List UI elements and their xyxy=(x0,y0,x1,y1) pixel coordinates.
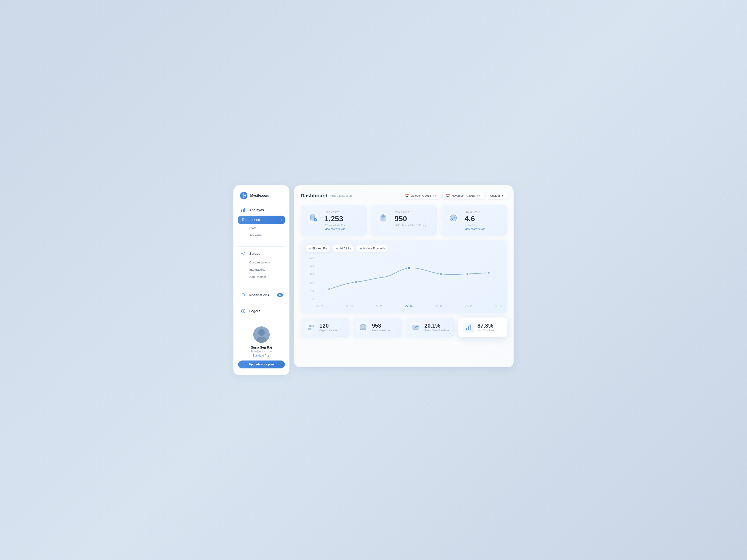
sidebar-item-integrations[interactable]: Integrations xyxy=(238,266,285,273)
logo-icon xyxy=(240,192,248,199)
setups-icon xyxy=(240,250,247,257)
fraud-score-label: Fraud Score xyxy=(465,211,485,214)
analytics-icon xyxy=(240,207,247,213)
main-content: Dashboard Fraud Detection 📅 October 7, 2… xyxy=(294,185,514,367)
logout-icon xyxy=(240,308,247,314)
sidebar-logo[interactable]: Mysite.com xyxy=(238,192,285,205)
range-select[interactable]: Custom ▾ xyxy=(486,192,507,199)
filter-ad-clicks[interactable]: Ad Clicks xyxy=(333,245,354,252)
dashboard-title: Dashboard xyxy=(301,193,328,199)
site-name: Mysite.com xyxy=(250,193,269,197)
header-controls: 📅 October 7, 2018 ⬆⬇ 📅 November 7, 2018 … xyxy=(402,192,507,200)
svg-rect-44 xyxy=(468,326,469,330)
sidebar-section-setups-title[interactable]: Setups xyxy=(238,248,285,259)
chart-y-axis: 1000 800 400 100 10 0 xyxy=(306,257,315,301)
ads-click-rate-value: 87.3% xyxy=(478,323,494,329)
from-advertising-label: From Advertising xyxy=(372,329,391,332)
y-label-1000: 1000 xyxy=(309,257,314,259)
bottom-stats: 120 Organic Visitors 953 xyxy=(301,318,507,337)
sidebar-item-add-domain[interactable]: Add Domain xyxy=(238,273,285,281)
filter-visitors-from-ads[interactable]: Visitors From Ads xyxy=(357,245,388,252)
sidebar-item-dashboard[interactable]: Dashboard › xyxy=(238,216,285,224)
sidebar-section-analytics-title[interactable]: Analitycs xyxy=(238,205,285,215)
blocked-ips-desc: 20% of all site IPs xyxy=(325,224,345,226)
svg-point-30 xyxy=(487,272,490,274)
from-advertising-icon xyxy=(357,322,368,333)
svg-rect-20 xyxy=(382,218,384,219)
chevron-right-icon: › xyxy=(281,218,282,221)
chart-plot xyxy=(316,257,502,301)
total-saved-icon-wrap xyxy=(376,211,391,225)
filter-blocked-ips-label: Blocked IPs xyxy=(312,247,327,250)
organic-visitors-value: 120 xyxy=(319,323,337,329)
blocked-ips-label: Blocked IPs xyxy=(325,211,345,214)
upgrade-button[interactable]: Upgrade your plan xyxy=(238,361,285,368)
stats-row: Blocked IPs 1,253 20% of all site IPs Vi… xyxy=(301,205,507,235)
sidebar-logout-title[interactable]: Logout xyxy=(238,306,285,316)
svg-point-24 xyxy=(328,288,331,290)
ads-click-rate-label: Ads Click Rate xyxy=(478,329,494,332)
sidebar-footer: Surja Sen Raj hello@ofspace.co Standard … xyxy=(238,322,285,368)
from-advertising-value: 953 xyxy=(372,323,391,329)
fraud-detection-label: Fraud Detection Rate xyxy=(424,329,449,332)
total-saved-content: Total Saved 950 1200 clicks x $0.5 CPC a… xyxy=(394,211,427,228)
svg-rect-12 xyxy=(311,216,314,216)
filter-ad-clicks-label: Ad Clicks xyxy=(339,247,351,250)
filter-visitors-label: Visitors From Ads xyxy=(363,247,385,250)
date-to-arrow: ⬆⬇ xyxy=(477,194,481,197)
ads-click-rate-icon xyxy=(463,322,474,333)
svg-point-7 xyxy=(243,311,244,312)
total-saved-value: 950 xyxy=(394,215,427,223)
sidebar-divider-1 xyxy=(238,246,285,247)
sidebar-item-advertising[interactable]: Advertising xyxy=(238,232,285,239)
fraud-detection-text: 20.1% Fraud Detection Rate xyxy=(424,323,449,331)
date-to-picker[interactable]: 📅 November 7, 2018 ⬆⬇ xyxy=(442,192,484,200)
sidebar-item-customizations[interactable]: Customizations xyxy=(238,259,285,266)
svg-rect-19 xyxy=(382,217,385,218)
svg-point-5 xyxy=(242,253,244,254)
line-chart-svg xyxy=(316,257,502,301)
notification-badge: 12 xyxy=(277,293,283,297)
svg-point-25 xyxy=(355,281,357,283)
date-from-arrow: ⬆⬇ xyxy=(433,194,437,197)
date-from-value: October 7, 2018 xyxy=(411,194,431,197)
calendar-from-icon: 📅 xyxy=(405,194,409,197)
bottom-card-ads-click-rate: 87.3% Ads Click Rate xyxy=(458,318,507,337)
blocked-ips-dot xyxy=(309,247,311,249)
date-from-picker[interactable]: 📅 October 7, 2018 ⬆⬇ xyxy=(402,192,440,200)
x-label-oct29: Oct 29 xyxy=(435,305,442,308)
user-email: hello@ofspace.co xyxy=(238,350,285,352)
bottom-card-from-advertising: 953 From Advertising xyxy=(353,318,402,337)
bottom-card-fraud-detection: 20.1% Fraud Detection Rate xyxy=(406,318,455,337)
svg-rect-18 xyxy=(382,216,385,217)
y-label-800: 800 xyxy=(310,265,314,267)
dashboard-subtitle: Fraud Detection xyxy=(330,194,352,197)
notifications-icon xyxy=(240,292,247,298)
svg-rect-43 xyxy=(466,328,467,330)
user-plan: Standard Plan xyxy=(238,354,285,357)
app-container: Mysite.com Analitycs Dashboard › Stats xyxy=(233,185,514,375)
svg-point-34 xyxy=(312,325,314,327)
sidebar-notifications-title[interactable]: Notifications 12 xyxy=(238,290,285,300)
user-name: Surja Sen Raj xyxy=(238,346,285,349)
fraud-score-value: 4.6 xyxy=(465,215,485,223)
range-arrow-icon: ▾ xyxy=(501,194,503,197)
stat-card-fraud-score: Fraud Score 4.6 Out of 10 View score det… xyxy=(441,205,507,235)
analytics-label: Analitycs xyxy=(249,208,264,212)
sidebar-item-stats[interactable]: Stats xyxy=(238,224,285,232)
total-saved-desc: 1200 clicks x $0.5 CPC avg. xyxy=(394,224,427,226)
sidebar-section-logout: Logout xyxy=(238,306,285,316)
header-title-group: Dashboard Fraud Detection xyxy=(301,193,352,199)
date-to-value: November 7, 2018 xyxy=(452,194,475,197)
fraud-score-icon-wrap xyxy=(446,211,461,225)
svg-point-39 xyxy=(362,328,363,329)
x-label-oct27: Oct 27 xyxy=(376,305,382,308)
svg-rect-2 xyxy=(241,210,242,212)
fraud-score-link[interactable]: View score details xyxy=(465,228,485,230)
x-label-oct26: Oct 26 xyxy=(346,305,353,308)
fraud-detection-value: 20.1% xyxy=(424,323,449,329)
filter-blocked-ips[interactable]: Blocked IPs xyxy=(306,245,330,252)
dashboard-header: Dashboard Fraud Detection 📅 October 7, 2… xyxy=(301,192,507,200)
blocked-ips-link[interactable]: View score details xyxy=(325,228,345,230)
fraud-score-content: Fraud Score 4.6 Out of 10 View score det… xyxy=(465,211,485,230)
